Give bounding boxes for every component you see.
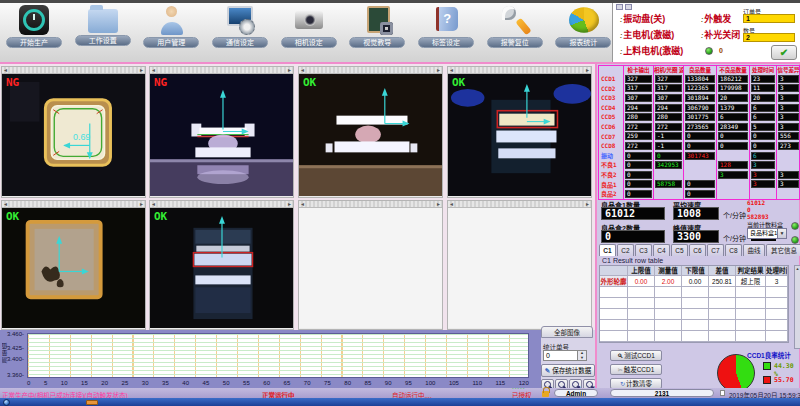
stat-row: CCD4294294306790137963 bbox=[599, 103, 799, 113]
toolbar-button-comm-settings[interactable]: 通信设定 bbox=[212, 5, 269, 48]
camera-image-3: OK bbox=[299, 74, 442, 196]
result-col-header: 判定结果 bbox=[736, 266, 766, 276]
camera-scrollbar[interactable]: ◄► bbox=[2, 201, 145, 208]
result-table: 上限值测量值下限值差值判定结果处理时间外形轮廓0.002.000.00250.8… bbox=[599, 265, 789, 343]
batch-input[interactable]: 2 bbox=[743, 33, 795, 42]
x-tick: 25 bbox=[122, 380, 129, 386]
stat-cell: 6 bbox=[717, 112, 750, 122]
toolbar-button-camera-settings[interactable]: 相机设定 bbox=[281, 5, 338, 48]
x-tick: 10 bbox=[61, 380, 68, 386]
stat-row: CCD8272-1000273 bbox=[599, 141, 799, 151]
main-motor-status: :主电机(激磁) bbox=[620, 28, 674, 41]
tab-C3[interactable]: C3 bbox=[635, 244, 652, 256]
save-stats-button[interactable]: ✎ 保存统计数据 bbox=[541, 364, 595, 377]
test-ccd1-button[interactable]: 🔍︎测试CCD1 bbox=[610, 350, 662, 361]
taskbar-item[interactable] bbox=[86, 400, 98, 405]
tab-C6[interactable]: C6 bbox=[689, 244, 706, 256]
tab-C2[interactable]: C2 bbox=[617, 244, 634, 256]
stat-cell bbox=[684, 170, 717, 180]
x-tick: 55 bbox=[243, 380, 250, 386]
toolbar-button-report-stats[interactable]: 报表统计 bbox=[555, 5, 612, 48]
stat-col-header: 良品数量 bbox=[684, 66, 717, 74]
result-table-title: C1 Result row table bbox=[602, 257, 663, 264]
stat-row: 良品1058758033 bbox=[599, 180, 799, 190]
stat-row-label: 不良2 bbox=[599, 170, 624, 180]
stat-cell: 0 bbox=[624, 189, 654, 199]
camera-panel-1: ◄► 0.69 NG bbox=[1, 66, 146, 198]
y-tick: 3.400- bbox=[7, 356, 24, 362]
x-tick: 40 bbox=[182, 380, 189, 386]
page-icon[interactable] bbox=[720, 390, 725, 396]
start-orb-icon[interactable] bbox=[3, 399, 10, 406]
folder-icon bbox=[88, 9, 118, 33]
tab-C7[interactable]: C7 bbox=[707, 244, 724, 256]
camera-scrollbar[interactable]: ◄► bbox=[150, 67, 293, 74]
camera-scrollbar[interactable]: ◄► bbox=[150, 201, 293, 208]
panel-control-icon[interactable] bbox=[616, 4, 623, 10]
machine-status-panel: :振动盘(关) :主电机(激磁) :上料电机(激磁) :外触发 :补光关闭 0 … bbox=[612, 3, 800, 62]
order-input[interactable]: 1 bbox=[743, 14, 795, 23]
stat-cell: 20 bbox=[717, 93, 750, 103]
result-row-empty bbox=[600, 309, 788, 320]
stat-cell: 3 bbox=[750, 170, 777, 180]
result-col-header bbox=[600, 266, 628, 276]
hopper-select[interactable]: 良品料盒1▼ bbox=[747, 228, 787, 239]
tab-其它信息[interactable]: 其它信息 bbox=[766, 244, 800, 256]
serial-spinner[interactable]: 0▲▼ bbox=[543, 350, 587, 361]
tab-C4[interactable]: C4 bbox=[653, 244, 670, 256]
stat-cell: 3 bbox=[777, 122, 800, 132]
x-tick: 15 bbox=[81, 380, 88, 386]
toolbar-button-label-settings[interactable]: 标签设定 bbox=[418, 5, 475, 48]
stat-cell: 3 bbox=[777, 170, 800, 180]
camera-scrollbar[interactable]: ◄► bbox=[2, 67, 145, 74]
result-table-scrollbar[interactable]: ▲ bbox=[794, 265, 800, 349]
hopper-led-2 bbox=[791, 236, 799, 244]
spinner-arrows-icon[interactable]: ▲▼ bbox=[577, 351, 586, 360]
camera-scrollbar[interactable]: ◄► bbox=[448, 67, 591, 74]
trigger-ccd1-button[interactable]: ✂触发CCD1 bbox=[610, 364, 662, 375]
stat-cell: 0 bbox=[684, 141, 717, 151]
confirm-button[interactable]: ✔ bbox=[771, 45, 797, 60]
stat-cell: 0 bbox=[750, 132, 777, 142]
stat-cell: 273565 bbox=[684, 122, 717, 132]
camera-scrollbar[interactable]: ◄► bbox=[299, 201, 442, 208]
camera-scrollbar[interactable]: ◄► bbox=[299, 67, 442, 74]
magnifier-icon: 🔍︎ bbox=[617, 353, 623, 359]
camera-result-label: NG bbox=[6, 76, 19, 89]
stat-cell: 0 bbox=[654, 151, 684, 161]
panel-control-icon[interactable] bbox=[625, 4, 632, 10]
stat-cell bbox=[654, 170, 684, 180]
toolbar-button-work-settings[interactable]: 工作设置 bbox=[75, 5, 132, 46]
dropdown-arrow-icon[interactable]: ▼ bbox=[777, 229, 786, 238]
ccd-tab-bar: C1C2C3C4C5C6C7C8曲线其它信息 bbox=[599, 244, 800, 256]
x-tick: 90 bbox=[385, 380, 392, 386]
toolbar-button-alarm-reset[interactable]: 报警复位 bbox=[487, 5, 544, 48]
camera-scrollbar[interactable]: ◄► bbox=[448, 201, 591, 208]
tab-C8[interactable]: C8 bbox=[725, 244, 742, 256]
refresh-icon: ↻ bbox=[620, 381, 625, 387]
stat-cell: 272 bbox=[654, 122, 684, 132]
stat-row-label: CCD8 bbox=[599, 141, 624, 151]
stat-col-header bbox=[599, 66, 624, 74]
camera-panel-4: ◄► OK bbox=[447, 66, 592, 198]
stat-cell: 3 bbox=[777, 84, 800, 94]
result-col-header: 下限值 bbox=[682, 266, 709, 276]
result-row: 外形轮廓0.002.000.00250.81超上限3 bbox=[600, 276, 788, 287]
chart-plot-area bbox=[27, 333, 529, 378]
stat-cell bbox=[777, 160, 800, 170]
user-button[interactable]: Admin bbox=[554, 389, 598, 397]
tab-C1[interactable]: C1 bbox=[599, 244, 616, 256]
stat-cell: 0 bbox=[684, 189, 717, 199]
stat-cell: 133804 bbox=[684, 74, 717, 84]
x-tick: 105 bbox=[449, 380, 459, 386]
tab-曲线[interactable]: 曲线 bbox=[743, 244, 765, 256]
toolbar-button-vision-teach[interactable]: 视觉教导 bbox=[349, 5, 406, 48]
all-images-button[interactable]: 全部图像 bbox=[541, 326, 593, 338]
wand-icon: ✎ bbox=[545, 367, 550, 374]
tab-C5[interactable]: C5 bbox=[671, 244, 688, 256]
y-tick: 3.460- bbox=[7, 331, 24, 337]
y-tick: 3.360- bbox=[7, 372, 24, 378]
toolbar-button-start-production[interactable]: 开始生产 bbox=[6, 5, 63, 48]
x-tick: 65 bbox=[284, 380, 291, 386]
toolbar-button-user-management[interactable]: 用户管理 bbox=[143, 5, 200, 48]
